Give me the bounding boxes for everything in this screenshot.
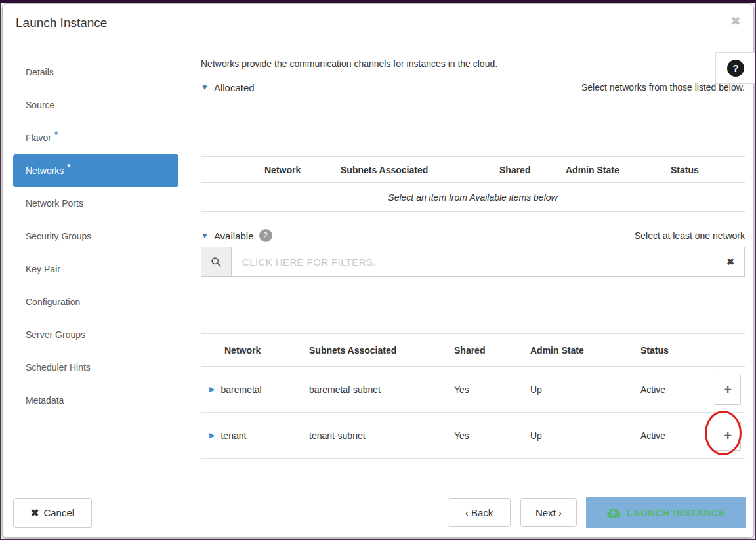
sidebar-item-label: Metadata (26, 395, 64, 405)
available-count-badge: 2 (259, 229, 272, 242)
modal-title: Launch Instance (16, 4, 107, 41)
network-name: tenant (220, 430, 246, 441)
available-table: Network Subnets Associated Shared Admin … (201, 333, 745, 459)
networks-step-content: Networks provide the communication chann… (201, 41, 745, 537)
collapse-triangle-icon[interactable]: ▼ (201, 231, 209, 240)
column-header-shared: Shared (454, 345, 530, 356)
shared-cell: Yes (454, 384, 530, 395)
column-header-subnets: Subnets Associated (309, 345, 454, 356)
sidebar-item-security-groups[interactable]: Security Groups (13, 220, 178, 253)
allocated-table-header: Network Subnets Associated Shared Admin … (201, 157, 745, 183)
next-button[interactable]: Next › (520, 498, 577, 527)
column-header-shared: Shared (499, 165, 566, 175)
column-header-network: Network (264, 165, 341, 175)
expand-triangle-icon[interactable]: ▶ (209, 385, 215, 394)
sidebar-item-label: Security Groups (26, 231, 91, 241)
help-icon: ? (727, 60, 744, 77)
column-header-status: Status (640, 345, 713, 356)
allocated-empty-message: Select an item from Available items belo… (201, 183, 745, 212)
add-network-button[interactable]: + (715, 375, 741, 405)
table-row-baremetal: ▶ baremetal baremetal-subnet Yes Up Acti… (201, 367, 745, 413)
admin-state-cell: Up (530, 430, 640, 441)
add-network-button[interactable]: + (715, 421, 741, 451)
sidebar-item-network-ports[interactable]: Network Ports (13, 187, 178, 220)
collapse-triangle-icon[interactable]: ▼ (201, 83, 209, 92)
expand-triangle-icon[interactable]: ▶ (209, 431, 215, 440)
column-header-network: Network (201, 345, 309, 356)
status-cell: Active (640, 384, 713, 395)
sidebar-item-key-pair[interactable]: Key Pair (13, 253, 178, 285)
shared-cell: Yes (454, 430, 530, 441)
allocated-table: Network Subnets Associated Shared Admin … (201, 156, 745, 212)
back-button[interactable]: ‹ Back (448, 498, 511, 527)
cancel-button[interactable]: ✖Cancel (13, 498, 92, 528)
step-description: Networks provide the communication chann… (201, 58, 497, 69)
sidebar-item-label: Flavor (26, 133, 51, 143)
sidebar-item-metadata[interactable]: Metadata (13, 384, 178, 417)
required-asterisk: * (54, 129, 58, 139)
modal-header: Launch Instance ✖ (3, 4, 753, 41)
status-cell: Active (640, 430, 713, 441)
launch-label: LAUNCH INSTANCE (627, 507, 726, 518)
available-table-header: Network Subnets Associated Shared Admin … (201, 334, 745, 367)
launch-instance-modal: Launch Instance ✖ Details Source Flavor*… (2, 3, 754, 538)
search-icon (201, 247, 232, 276)
allocated-section-label: Allocated (214, 82, 255, 93)
column-header-admin-state: Admin State (566, 165, 671, 175)
close-icon[interactable]: ✖ (731, 16, 740, 27)
sidebar-item-label: Key Pair (26, 264, 60, 274)
sidebar-item-source[interactable]: Source (13, 89, 178, 121)
sidebar-item-scheduler-hints[interactable]: Scheduler Hints (13, 351, 178, 384)
filter-bar: ✖ (201, 247, 745, 277)
sidebar-item-label: Network Ports (26, 198, 83, 209)
sidebar-item-flavor[interactable]: Flavor* (13, 121, 178, 154)
sidebar-item-label: Source (26, 100, 54, 110)
sidebar-item-server-groups[interactable]: Server Groups (13, 318, 178, 351)
sidebar-item-label: Details (26, 67, 54, 77)
sidebar-item-label: Configuration (26, 297, 80, 307)
subnets-cell: tenant-subnet (309, 430, 454, 441)
subnets-cell: baremetal-subnet (309, 384, 454, 395)
admin-state-cell: Up (530, 384, 640, 395)
column-header-status: Status (671, 165, 745, 175)
available-section-label: Available (214, 230, 254, 241)
wizard-step-nav: Details Source Flavor* Networks* Network… (13, 56, 178, 417)
cancel-label: Cancel (43, 507, 74, 518)
sidebar-item-label: Networks (26, 165, 64, 176)
table-row-tenant: ▶ tenant tenant-subnet Yes Up Active + (201, 413, 745, 459)
sidebar-item-label: Server Groups (26, 329, 85, 340)
sidebar-item-networks[interactable]: Networks* (13, 154, 178, 187)
sidebar-item-configuration[interactable]: Configuration (13, 285, 178, 318)
network-name: baremetal (220, 384, 261, 395)
sidebar-item-details[interactable]: Details (13, 56, 178, 89)
required-asterisk: * (67, 162, 70, 172)
launch-instance-button[interactable]: LAUNCH INSTANCE (586, 497, 746, 528)
sidebar-item-label: Scheduler Hints (26, 362, 91, 373)
cloud-upload-icon (607, 507, 621, 518)
cancel-x-icon: ✖ (31, 507, 39, 518)
select-network-hint: Select at least one network (635, 230, 745, 241)
clear-filter-icon[interactable]: ✖ (717, 247, 744, 276)
filter-input[interactable] (232, 247, 717, 276)
column-header-subnets: Subnets Associated (341, 165, 499, 175)
help-button[interactable]: ? (715, 52, 756, 84)
column-header-admin-state: Admin State (530, 345, 640, 356)
